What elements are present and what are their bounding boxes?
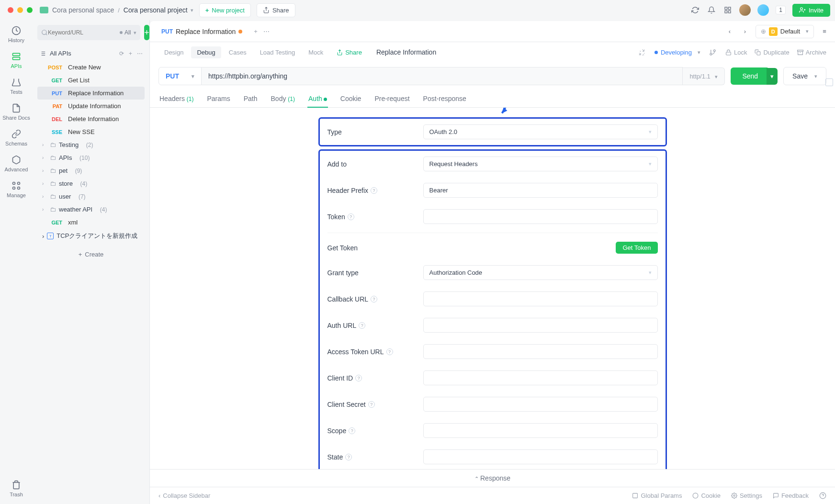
help-icon[interactable]: ?	[348, 213, 354, 220]
subtab-cases[interactable]: Cases	[223, 46, 252, 58]
wand-icon[interactable]	[637, 47, 647, 57]
scope-input[interactable]	[423, 423, 658, 438]
share-button[interactable]: Share	[257, 3, 295, 17]
protocol-selector[interactable]: http/1.1 ▾	[683, 67, 725, 85]
search-input[interactable]: All ▾	[37, 25, 140, 40]
api-item[interactable]: PATUpdate Information	[37, 100, 145, 112]
prev-icon[interactable]: ‹	[725, 27, 734, 36]
folder-item[interactable]: ›🗀user (7)	[37, 190, 145, 203]
nav-manage[interactable]: Manage	[7, 181, 26, 198]
help-icon[interactable]: ?	[371, 187, 377, 194]
help-icon[interactable]: ?	[359, 322, 365, 329]
folder-item[interactable]: ›🗀APIs (10)	[37, 151, 145, 164]
breadcrumb-project[interactable]: Cora personal project	[124, 6, 188, 14]
reqtab-post[interactable]: Post-response	[422, 90, 467, 107]
folder-item[interactable]: ›🗀store (4)	[37, 177, 145, 190]
window-controls[interactable]	[8, 7, 33, 13]
tcp-item[interactable]: ›TTCPクライアントを新規作成	[37, 229, 145, 243]
environment-selector[interactable]: ⊕ D Default ▾	[756, 25, 814, 38]
grid-icon[interactable]	[723, 5, 733, 15]
duplicate-button[interactable]: Duplicate	[755, 49, 789, 56]
nav-schemas[interactable]: Schemas	[5, 129, 27, 146]
url-input[interactable]: https://httpbin.org/anything	[202, 67, 683, 85]
avatar[interactable]	[757, 4, 769, 16]
add-button[interactable]: +	[144, 25, 149, 40]
subtab-debug[interactable]: Debug	[191, 46, 221, 58]
chevron-down-icon[interactable]: ▾	[191, 7, 193, 13]
authurl-input[interactable]	[423, 318, 658, 333]
lock-button[interactable]: Lock	[725, 49, 747, 56]
plus-icon[interactable]: +	[129, 50, 132, 57]
send-button[interactable]: Send	[731, 67, 769, 85]
chevron-down-icon[interactable]: ▾	[134, 30, 136, 36]
bell-icon[interactable]	[707, 5, 716, 15]
help-icon[interactable]: ?	[386, 348, 393, 355]
token-input[interactable]	[423, 209, 658, 224]
response-toggle[interactable]: Response	[150, 469, 835, 487]
new-project-button[interactable]: + New project	[199, 3, 251, 17]
global-params-button[interactable]: Global Params	[632, 492, 682, 499]
subtab-load[interactable]: Load Testing	[254, 46, 301, 58]
access-input[interactable]	[423, 344, 658, 359]
help-icon[interactable]: ?	[349, 427, 355, 434]
subtab-design[interactable]: Design	[158, 46, 189, 58]
api-item[interactable]: GETxml	[37, 216, 145, 229]
api-item[interactable]: PUTReplace Information	[37, 87, 145, 100]
help-icon[interactable]: ?	[345, 454, 352, 460]
addto-select[interactable]: Request Headers▾	[423, 157, 658, 171]
help-icon[interactable]: ?	[368, 401, 375, 408]
sync-icon[interactable]	[690, 5, 700, 15]
menu-icon[interactable]: ≡	[820, 27, 829, 36]
side-panel-toggle[interactable]	[825, 78, 833, 86]
branch-icon[interactable]	[708, 47, 718, 57]
reqtab-cookie[interactable]: Cookie	[339, 90, 362, 107]
folder-item[interactable]: ›🗀pet (9)	[37, 164, 145, 177]
api-item[interactable]: POSTCreate New	[37, 61, 145, 74]
more-icon[interactable]: ⋯	[137, 50, 143, 57]
more-tabs-icon[interactable]: ⋯	[263, 28, 270, 35]
settings-button[interactable]: Settings	[731, 492, 762, 499]
reqtab-body[interactable]: Body (1)	[270, 90, 296, 107]
new-tab-button[interactable]: +	[248, 28, 263, 35]
method-selector[interactable]: PUT ▾	[158, 67, 202, 85]
grant-select[interactable]: Authorization Code▾	[423, 265, 658, 280]
nav-history[interactable]: History	[8, 26, 24, 43]
secret-input[interactable]	[423, 397, 658, 412]
reqtab-auth[interactable]: Auth	[307, 90, 328, 107]
folder-item[interactable]: ›🗀weather API (4)	[37, 203, 145, 216]
nav-trash[interactable]: Trash	[10, 480, 23, 497]
api-item[interactable]: DELDelete Information	[37, 112, 145, 125]
nav-advanced[interactable]: Advanced	[5, 155, 28, 172]
nav-tests[interactable]: Tests	[10, 78, 23, 95]
feedback-button[interactable]: Feedback	[773, 492, 809, 499]
collapse-sidebar-button[interactable]: ‹ Collapse Sidebar	[158, 492, 210, 499]
reqtab-params[interactable]: Params	[206, 90, 231, 107]
api-item[interactable]: GETGet List	[37, 74, 145, 87]
get-token-button[interactable]: Get Token	[616, 242, 657, 254]
create-button[interactable]: + Create	[37, 247, 145, 262]
breadcrumb-space[interactable]: Cora personal space	[52, 6, 114, 14]
send-dropdown[interactable]: ▾	[767, 68, 778, 85]
callback-input[interactable]	[423, 291, 658, 306]
subtab-mock[interactable]: Mock	[303, 46, 329, 58]
refresh-icon[interactable]: ⟳	[119, 50, 124, 57]
cookie-button[interactable]: Cookie	[692, 492, 720, 499]
tab[interactable]: PUT Replace Information	[156, 21, 248, 42]
help-button[interactable]	[819, 492, 826, 499]
state-input[interactable]	[423, 449, 658, 464]
reqtab-pre[interactable]: Pre-request	[373, 90, 410, 107]
folder-item[interactable]: ›🗀Testing (2)	[37, 138, 145, 151]
avatar[interactable]	[739, 4, 751, 16]
nav-share-docs[interactable]: Share Docs	[2, 103, 30, 121]
next-icon[interactable]: ›	[740, 27, 750, 36]
api-item[interactable]: SSENew SSE	[37, 125, 145, 138]
help-icon[interactable]: ?	[371, 296, 377, 302]
subtab-share[interactable]: Share	[331, 46, 368, 58]
status-badge[interactable]: Developing▾	[654, 49, 700, 56]
invite-button[interactable]: Invite	[792, 4, 830, 17]
reqtab-path[interactable]: Path	[243, 90, 259, 107]
help-icon[interactable]: ?	[355, 375, 362, 381]
nav-apis[interactable]: APIs	[11, 52, 22, 69]
clientid-input[interactable]	[423, 370, 658, 385]
save-button[interactable]: Save▾	[783, 67, 826, 85]
